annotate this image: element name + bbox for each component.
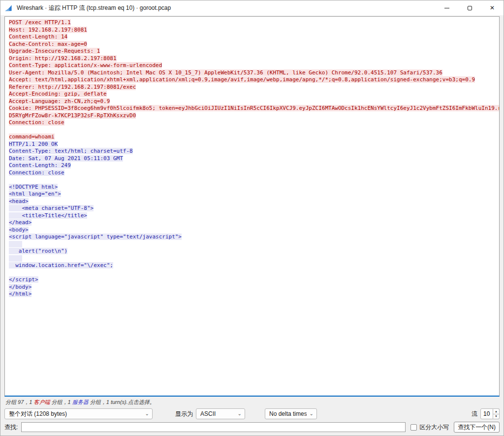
stream-mode-value: 整个对话 (1208 bytes) <box>9 410 142 418</box>
titlebar: Wireshark · 追踪 HTTP 流 (tcp.stream eq 10)… <box>0 0 504 15</box>
close-button[interactable]: ✕ <box>481 0 504 15</box>
stream-line <box>9 241 495 248</box>
stream-line: Content-Type: text/html; charset=utf-8 <box>9 148 495 155</box>
stream-line: </html> <box>9 291 495 298</box>
chevron-down-icon: ⌄ <box>238 411 242 416</box>
stream-line: Connection: close <box>9 169 495 177</box>
find-row: 查找: 区分大小写 查找下一个(N) <box>0 421 504 436</box>
hint-text: 分组 97，1 客户端 分组，1 服务器 分组，1 turn(s).点击选择。 <box>0 397 504 407</box>
spin-down-button[interactable]: ▼ <box>493 414 500 420</box>
stream-line: <head> <box>9 198 495 205</box>
stream-line: <script language="javascript" type="text… <box>9 234 495 241</box>
stream-line: Content-Type: application/x-www-form-url… <box>9 62 495 69</box>
stream-line: Connection: close <box>9 119 495 127</box>
spin-down-icon: ▼ <box>495 414 498 418</box>
close-icon: ✕ <box>490 5 495 11</box>
stream-line: Content-Length: 249 <box>9 162 495 169</box>
stream-line: <!DOCTYPE html> <box>9 184 495 191</box>
controls-row: 整个对话 (1208 bytes) ⌄ 显示为 ASCII ⌄ No delta… <box>0 407 504 421</box>
stream-line: alert("root\n") <box>9 248 495 255</box>
stream-line: Host: 192.168.2.197:8081 <box>9 27 495 34</box>
spin-up-icon: ▲ <box>495 409 498 413</box>
stream-line: Date: Sat, 07 Aug 2021 05:11:03 GMT <box>9 155 495 163</box>
window-title: Wireshark · 追踪 HTTP 流 (tcp.stream eq 10)… <box>17 4 171 12</box>
stream-line: D5RYgMrFZow8r-k7KCP13P32sF-RpTXhKsxzvD0 <box>9 112 495 120</box>
stream-number-group: 流 10 ▲ ▼ <box>472 408 500 419</box>
stream-line: User-Agent: Mozilla/5.0 (Macintosh; Inte… <box>9 69 495 77</box>
stream-line: <meta charset="UTF-8"> <box>9 205 495 212</box>
bottom-panel: 分组 97，1 客户端 分组，1 服务器 分组，1 turn(s).点击选择。 … <box>0 397 504 436</box>
stream-line: HTTP/1.1 200 OK <box>9 141 495 148</box>
stream-line: Referer: http://192.168.2.197:8081/exec <box>9 84 495 91</box>
stream-line: Cache-Control: max-age=0 <box>9 41 495 48</box>
stream-line: Accept-Language: zh-CN,zh;q=0.9 <box>9 98 495 105</box>
delta-times-value: No delta times <box>269 410 307 417</box>
stream-line: POST /exec HTTP/1.1 <box>9 19 495 27</box>
delta-times-select[interactable]: No delta times ⌄ <box>265 408 317 419</box>
stream-line <box>9 176 495 184</box>
find-next-button[interactable]: 查找下一个(N) <box>454 422 500 433</box>
find-input[interactable] <box>21 422 406 432</box>
stream-line: Cookie: PHPSESSID=3f8coeg6hm9vf0h5lcoifm… <box>9 105 495 112</box>
case-sensitive-checkbox[interactable] <box>410 424 417 431</box>
stream-number-spinner: 10 ▲ ▼ <box>480 408 500 419</box>
chevron-down-icon: ⌄ <box>145 411 149 416</box>
stream-text[interactable]: POST /exec HTTP/1.1Host: 192.168.2.197:8… <box>4 16 500 397</box>
stream-line: window.location.href="\/exec"; <box>9 262 495 269</box>
stream-line <box>9 255 495 263</box>
chevron-down-icon: ⌄ <box>310 411 314 416</box>
stream-number-input[interactable]: 10 <box>480 408 493 419</box>
stream-line: <html lang="en"> <box>9 191 495 198</box>
maximize-button[interactable] <box>458 0 481 15</box>
maximize-icon <box>468 6 472 10</box>
stream-line: </head> <box>9 219 495 227</box>
stream-line: Content-Length: 14 <box>9 34 495 41</box>
follow-stream-window: Wireshark · 追踪 HTTP 流 (tcp.stream eq 10)… <box>0 0 504 436</box>
stream-line: <title>Title</title> <box>9 212 495 220</box>
stream-line <box>9 269 495 277</box>
find-label: 查找: <box>4 423 18 432</box>
stream-mode-select[interactable]: 整个对话 (1208 bytes) ⌄ <box>4 408 153 419</box>
minimize-button[interactable] <box>436 0 458 15</box>
stream-label: 流 <box>472 410 477 418</box>
case-sensitive-label: 区分大小写 <box>419 423 449 432</box>
wireshark-icon <box>4 4 13 12</box>
window-controls: ✕ <box>436 0 504 15</box>
show-as-value: ASCII <box>200 410 235 417</box>
show-as-label: 显示为 <box>175 410 193 418</box>
minimize-icon <box>444 8 449 8</box>
stream-line: </script> <box>9 276 495 284</box>
show-as-select[interactable]: ASCII ⌄ <box>196 408 245 419</box>
spinner-buttons: ▲ ▼ <box>493 408 500 419</box>
stream-line: Accept: text/html,application/xhtml+xml,… <box>9 76 495 84</box>
spin-up-button[interactable]: ▲ <box>493 408 500 414</box>
stream-line: </body> <box>9 284 495 291</box>
stream-line: Upgrade-Insecure-Requests: 1 <box>9 48 495 55</box>
stream-line: command=whoami <box>9 134 495 141</box>
stream-line: Origin: http://192.168.2.197:8081 <box>9 55 495 63</box>
stream-line <box>9 127 495 134</box>
stream-line: <body> <box>9 227 495 234</box>
stream-line: Accept-Encoding: gzip, deflate <box>9 91 495 98</box>
